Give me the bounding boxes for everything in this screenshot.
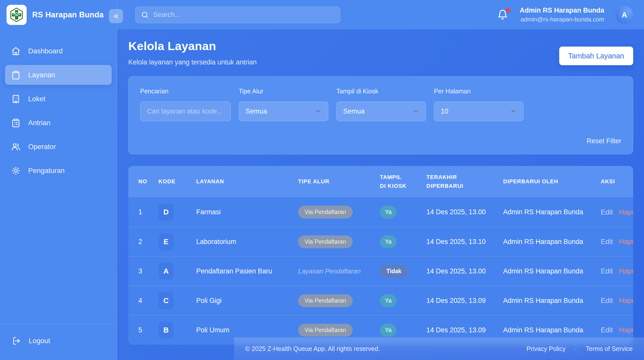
filter-field-tipe-alur: Tipe Alur Semua [239,88,328,121]
brand-name: RS Harapan Bunda [32,10,104,19]
delete-button[interactable]: Hapus [619,297,633,305]
main-area: Admin RS Harapan Bunda admin@rs-harapan-… [117,0,644,360]
kiosk-select[interactable]: Semua [336,101,426,121]
sidebar-item-loket[interactable]: Loket [5,89,112,109]
reset-filter-button[interactable]: Reset Filter [587,137,621,145]
cell-diperbarui-oleh: Admin RS Harapan Bunda [503,326,601,334]
chevron-down-icon [510,108,517,115]
sidebar-item-antrian[interactable]: Antrian [5,113,112,133]
global-search [135,7,340,23]
page-subtitle: Kelola layanan yang tersedia untuk antri… [128,58,257,66]
avatar[interactable]: A [615,6,633,24]
sidebar-collapse-button[interactable]: « [109,9,123,23]
search-input[interactable] [135,7,340,23]
edit-button[interactable]: Edit [601,297,613,305]
tipe-alur-text: Layanan Pendaftaran [298,267,361,275]
tipe-alur-badge: Via Pendaftaran [298,235,353,248]
filter-field-kiosk: Tampil di Kiosk Semua [336,88,426,121]
logout-icon [12,336,21,345]
delete-button[interactable]: Hapus [619,208,633,216]
sidebar-nav: Dashboard Layanan Loket [0,29,117,181]
cell-terakhir: 14 Des 2025, 13.10 [426,238,503,246]
delete-button[interactable]: Hapus [619,267,633,275]
sidebar-item-label: Pengaturan [28,167,65,175]
cell-kode: A [158,263,196,280]
col-diperbarui-oleh: Diperbarui Oleh [503,177,601,186]
filter-label-tipe-alur: Tipe Alur [239,88,328,95]
terms-of-service-link[interactable]: Terms of Service [586,345,633,352]
col-layanan: Layanan [196,177,298,186]
sidebar-item-layanan[interactable]: Layanan [5,65,112,85]
reset-row: Reset Filter [140,137,621,145]
cell-terakhir: 14 Des 2025, 13.00 [426,208,503,216]
cell-tipe-alur: Via Pendaftaran [298,206,380,219]
cell-tipe-alur: Layanan Pendaftaran [298,267,380,275]
tipe-alur-select[interactable]: Semua [239,101,328,121]
cell-kiosk: Ya [380,324,426,337]
cell-aksi: Edit Hapus [601,297,633,305]
edit-button[interactable]: Edit [601,238,613,246]
cell-kiosk: Ya [380,235,426,248]
chevron-down-icon [315,108,321,115]
topbar: Admin RS Harapan Bunda admin@rs-harapan-… [117,0,644,29]
tipe-alur-badge: Via Pendaftaran [298,206,353,219]
table-row: 4 C Poli Gigi Via Pendaftaran Ya 14 Des … [128,286,633,315]
table-row: 3 A Pendaftaran Pasien Baru Layanan Pend… [128,256,633,286]
kode-badge: B [158,321,174,339]
clipboard-list-icon [11,118,21,128]
cell-tipe-alur: Via Pendaftaran [298,324,380,337]
search-icon [141,11,149,19]
chevron-down-icon [413,108,419,115]
cell-layanan: Poli Gigi [196,297,298,305]
col-aksi: Aksi [601,177,633,186]
notifications-button[interactable] [497,9,509,21]
sidebar-footer: Logout [0,324,117,360]
cell-kode: E [158,233,196,250]
table-row: 2 E Laboratorium Via Pendaftaran Ya 14 D… [128,227,633,256]
tipe-alur-value: Semua [246,107,267,115]
footer-links: Privacy Policy · Terms of Service [527,345,633,352]
cell-no: 3 [128,267,158,275]
edit-button[interactable]: Edit [601,326,613,334]
add-layanan-button[interactable]: Tambah Layanan [559,47,633,65]
topbar-right: Admin RS Harapan Bunda admin@rs-harapan-… [497,6,633,24]
sidebar-item-label: Antrian [28,119,51,127]
delete-button[interactable]: Hapus [619,326,633,334]
table-header-row: No Kode Layanan Tipe Alur Tampil di Kios… [128,166,633,197]
cell-no: 5 [128,326,158,334]
cell-aksi: Edit Hapus [601,326,633,334]
cell-terakhir: 14 Des 2025, 13.09 [426,326,503,334]
edit-button[interactable]: Edit [601,208,613,216]
filter-search-input[interactable] [140,101,231,121]
cell-kiosk: Tidak [380,265,426,278]
col-terakhir: Terakhir Diperbarui [426,173,503,190]
cell-tipe-alur: Via Pendaftaran [298,294,380,307]
edit-button[interactable]: Edit [601,267,613,275]
cell-diperbarui-oleh: Admin RS Harapan Bunda [503,208,601,216]
sidebar-item-label: Operator [28,143,56,151]
cell-diperbarui-oleh: Admin RS Harapan Bunda [503,297,601,305]
footer-separator: · [575,345,577,352]
kiosk-badge: Ya [380,324,396,337]
page-header-text: Kelola Layanan Kelola layanan yang terse… [128,39,257,66]
filter-label-kiosk: Tampil di Kiosk [336,88,426,95]
user-email: admin@rs-harapan-bunda.com [520,16,604,23]
sidebar-item-operator[interactable]: Operator [5,137,112,157]
layanan-table: No Kode Layanan Tipe Alur Tampil di Kios… [128,166,633,345]
sidebar-item-pengaturan[interactable]: Pengaturan [5,161,112,181]
sidebar-item-label: Loket [28,95,46,103]
cell-kiosk: Ya [380,294,426,307]
cell-terakhir: 14 Des 2025, 13.00 [426,267,503,275]
home-icon [11,46,21,56]
kode-badge: C [158,292,174,309]
filter-label-per-halaman: Per Halaman [434,88,524,95]
page-content: Kelola Layanan Kelola layanan yang terse… [117,29,644,360]
privacy-policy-link[interactable]: Privacy Policy [527,345,566,352]
per-halaman-select[interactable]: 10 [434,101,524,121]
delete-button[interactable]: Hapus [619,238,633,246]
sidebar-item-dashboard[interactable]: Dashboard [5,41,112,61]
tipe-alur-badge: Via Pendaftaran [298,324,353,337]
cell-aksi: Edit Hapus [601,267,633,275]
user-menu[interactable]: Admin RS Harapan Bunda admin@rs-harapan-… [520,7,604,23]
logout-button[interactable]: Logout [5,332,112,350]
